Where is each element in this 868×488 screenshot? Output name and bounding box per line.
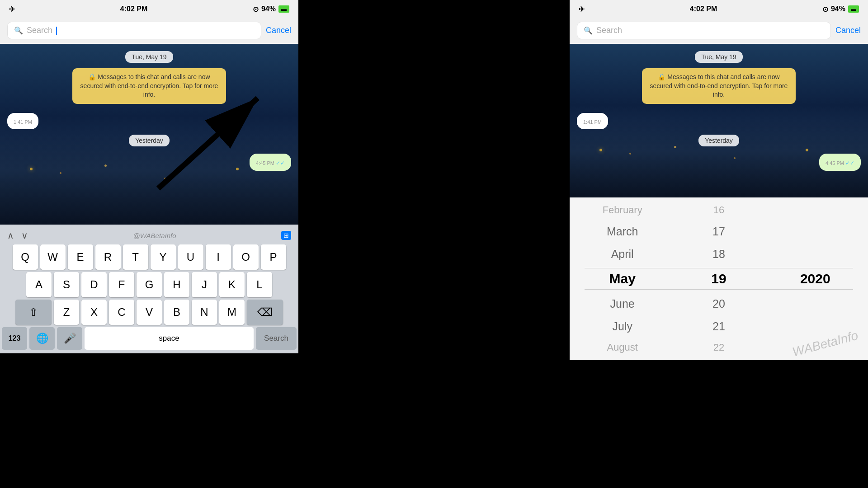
battery-percent-left: 94% bbox=[261, 5, 276, 13]
right-phone: ✈ 4:02 PM ⊙ 94% ▬ 🔍 Search Cancel Tue, M… bbox=[570, 0, 868, 488]
signal-icon: ⊙ bbox=[253, 5, 259, 14]
battery-percent-right: 94% bbox=[831, 5, 845, 13]
key-x[interactable]: X bbox=[81, 300, 107, 325]
chat-area-right: Tue, May 19 🔒 Messages to this chat and … bbox=[570, 44, 868, 197]
keyboard-toolbar: ∧ ∨ @WABetaInfo ⊞ bbox=[2, 228, 297, 244]
picker-day-18: 18 bbox=[712, 243, 725, 265]
chevron-down-icon[interactable]: ∨ bbox=[21, 230, 28, 241]
status-right-right: ⊙ 94% ▬ bbox=[822, 5, 859, 14]
msg-bubble-right: 4:45 PM ✓✓ bbox=[250, 154, 291, 171]
key-h[interactable]: H bbox=[164, 272, 189, 297]
key-delete[interactable]: ⌫ bbox=[247, 300, 283, 325]
text-cursor bbox=[56, 27, 57, 35]
key-y[interactable]: Y bbox=[151, 244, 176, 270]
airplane-icon-right: ✈ bbox=[579, 5, 585, 14]
key-emoji[interactable]: 🌐 bbox=[29, 327, 55, 350]
keyboard-row-bottom: 123 🌐 🎤 space Search bbox=[2, 327, 297, 350]
key-z[interactable]: Z bbox=[54, 300, 79, 325]
key-space[interactable]: space bbox=[85, 327, 254, 350]
key-n[interactable]: N bbox=[192, 300, 217, 325]
date-badge2-left: Yesterday bbox=[129, 135, 170, 146]
key-d[interactable]: D bbox=[81, 272, 107, 297]
search-input-right[interactable]: 🔍 Search bbox=[577, 22, 831, 39]
key-a[interactable]: A bbox=[26, 272, 52, 297]
key-p[interactable]: P bbox=[261, 244, 286, 270]
key-u[interactable]: U bbox=[178, 244, 203, 270]
chat-content-left: Tue, May 19 🔒 Messages to this chat and … bbox=[0, 44, 298, 225]
status-bar-left: ✈ 4:02 PM ⊙ 94% ▬ bbox=[0, 0, 298, 18]
picker-container[interactable]: February March April May June July Augus… bbox=[570, 197, 868, 360]
status-bar-right: ✈ 4:02 PM ⊙ 94% ▬ bbox=[570, 0, 868, 18]
date-picker-area: February March April May June July Augus… bbox=[570, 197, 868, 360]
search-placeholder-right[interactable]: Search bbox=[596, 26, 622, 35]
grid-icon[interactable]: ⊞ bbox=[281, 231, 291, 240]
time-left: 4:02 PM bbox=[120, 5, 147, 13]
key-m[interactable]: M bbox=[219, 300, 245, 325]
key-v[interactable]: V bbox=[137, 300, 162, 325]
date-badge2-right: Yesterday bbox=[698, 135, 739, 146]
key-i[interactable]: I bbox=[206, 244, 231, 270]
search-icon-left: 🔍 bbox=[14, 26, 23, 35]
picker-day-22: 22 bbox=[713, 338, 724, 357]
cancel-button-right[interactable]: Cancel bbox=[835, 26, 861, 35]
msg1-time-right: 1:41 PM bbox=[583, 119, 602, 125]
keyboard-brand: @WABetaInfo bbox=[133, 232, 176, 239]
msg-bubble-right-left: 1:41 PM bbox=[577, 113, 608, 129]
battery-icon-right: ▬ bbox=[848, 5, 859, 13]
middle-space bbox=[298, 0, 306, 488]
chat-area-left: Tue, May 19 🔒 Messages to this chat and … bbox=[0, 44, 298, 225]
time-right: 4:02 PM bbox=[690, 5, 717, 13]
picker-month-february: February bbox=[603, 200, 642, 220]
search-bar-left: 🔍 Search Cancel bbox=[0, 18, 298, 44]
date-badge-right: Tue, May 19 bbox=[695, 51, 742, 63]
picker-month-april: April bbox=[611, 243, 634, 265]
date-badge-left: Tue, May 19 bbox=[125, 51, 173, 63]
keyboard-row-3: ⇧ Z X C V B N M ⌫ bbox=[2, 300, 297, 325]
key-numbers[interactable]: 123 bbox=[2, 327, 27, 350]
key-j[interactable]: J bbox=[192, 272, 217, 297]
key-l[interactable]: L bbox=[247, 272, 272, 297]
status-right-left: ✈ bbox=[579, 5, 585, 14]
key-f[interactable]: F bbox=[109, 272, 134, 297]
search-bar-right: 🔍 Search Cancel bbox=[570, 18, 868, 44]
status-left: ✈ bbox=[9, 5, 15, 14]
system-message-right: 🔒 Messages to this chat and calls are no… bbox=[642, 68, 796, 104]
key-search[interactable]: Search bbox=[256, 327, 297, 350]
key-w[interactable]: W bbox=[40, 244, 66, 270]
msg-bubble-right-right: 4:45 PM ✓✓ bbox=[819, 154, 861, 171]
chevron-up-icon[interactable]: ∧ bbox=[7, 230, 14, 241]
battery-icon-left: ▬ bbox=[278, 5, 289, 13]
msg1-time-left: 1:41 PM bbox=[14, 119, 32, 125]
chat-content-right: Tue, May 19 🔒 Messages to this chat and … bbox=[570, 44, 868, 197]
key-s[interactable]: S bbox=[54, 272, 79, 297]
key-r[interactable]: R bbox=[95, 244, 121, 270]
picker-day-20: 20 bbox=[712, 292, 725, 315]
key-mic[interactable]: 🎤 bbox=[57, 327, 82, 350]
msg-bubble-left: 1:41 PM bbox=[7, 113, 38, 129]
status-right: ⊙ 94% ▬ bbox=[253, 5, 289, 14]
picker-selection-line bbox=[585, 268, 853, 290]
msg2-time-right: 4:45 PM ✓✓ bbox=[826, 160, 854, 166]
picker-month-march: March bbox=[607, 220, 638, 243]
picker-month-july: July bbox=[612, 315, 632, 338]
keyboard-area: ∧ ∨ @WABetaInfo ⊞ Q W E R T Y U I O P A … bbox=[0, 225, 298, 353]
key-c[interactable]: C bbox=[109, 300, 134, 325]
system-message-left: 🔒 Messages to this chat and calls are no… bbox=[72, 68, 226, 104]
key-k[interactable]: K bbox=[219, 272, 245, 297]
key-g[interactable]: G bbox=[137, 272, 162, 297]
key-shift[interactable]: ⇧ bbox=[15, 300, 52, 325]
picker-month-august: August bbox=[607, 338, 638, 357]
keyboard-row-2: A S D F G H J K L bbox=[2, 272, 297, 297]
signal-icon-right: ⊙ bbox=[822, 5, 828, 14]
search-placeholder-left[interactable]: Search bbox=[27, 26, 52, 35]
keyboard-row-1: Q W E R T Y U I O P bbox=[2, 244, 297, 270]
search-icon-right: 🔍 bbox=[584, 26, 593, 35]
key-e[interactable]: E bbox=[68, 244, 93, 270]
key-o[interactable]: O bbox=[233, 244, 259, 270]
cancel-button-left[interactable]: Cancel bbox=[266, 26, 291, 35]
picker-day-21: 21 bbox=[712, 315, 725, 338]
key-t[interactable]: T bbox=[123, 244, 148, 270]
key-b[interactable]: B bbox=[164, 300, 189, 325]
key-q[interactable]: Q bbox=[13, 244, 38, 270]
search-input-left[interactable]: 🔍 Search bbox=[7, 22, 261, 39]
